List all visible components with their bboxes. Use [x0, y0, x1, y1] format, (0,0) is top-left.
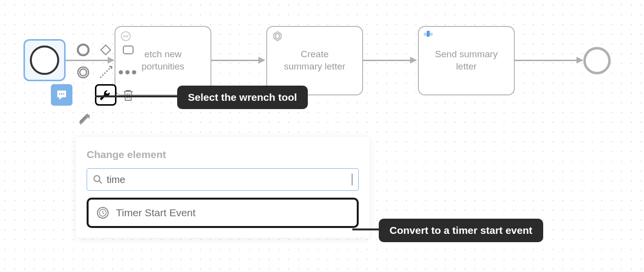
svg-rect-7: [123, 46, 133, 54]
search-input[interactable]: [107, 174, 348, 185]
delete-tool-icon[interactable]: [117, 84, 139, 106]
task-label-line: letter: [456, 61, 477, 73]
task-label-line: Send summary: [435, 48, 498, 61]
svg-point-10: [59, 93, 61, 95]
svg-point-9: [80, 69, 87, 76]
popup-option-timer-start[interactable]: Timer Start Event: [87, 198, 359, 228]
wrench-tool-icon[interactable]: [95, 84, 116, 106]
task-label-line: summary letter: [284, 61, 345, 73]
task-create-summary[interactable]: Create summary letter: [266, 26, 363, 95]
append-intermediate-event-icon[interactable]: [72, 62, 94, 83]
annotation-tool-icon[interactable]: [51, 84, 72, 106]
start-event-selected[interactable]: [23, 39, 66, 81]
append-event-icon[interactable]: [72, 39, 94, 61]
resize-handle-icon[interactable]: [78, 113, 91, 126]
more-tools-icon[interactable]: •••: [117, 62, 139, 83]
task-label-line: etch new: [144, 48, 182, 61]
svg-point-5: [78, 45, 89, 55]
start-event-circle: [30, 45, 59, 75]
callout-text: Convert to a timer start event: [390, 225, 532, 236]
svg-rect-4: [430, 33, 433, 36]
svg-point-11: [61, 93, 63, 95]
sequence-flow[interactable]: [515, 60, 582, 61]
end-event[interactable]: [583, 47, 611, 74]
svg-rect-3: [427, 34, 430, 37]
popup-option-label: Timer Start Event: [116, 207, 196, 219]
svg-point-12: [63, 93, 65, 95]
svg-rect-2: [427, 31, 430, 34]
text-caret: [352, 174, 352, 185]
callout-connector: [95, 95, 177, 97]
append-gateway-icon[interactable]: [95, 39, 116, 61]
svg-point-13: [94, 176, 100, 181]
svg-rect-1: [424, 33, 427, 36]
svg-rect-6: [101, 45, 111, 55]
timer-event-icon: [96, 206, 109, 219]
callout-text: Select the wrench tool: [188, 91, 297, 103]
sequence-flow[interactable]: [363, 60, 416, 61]
send-connector-icon: [424, 31, 435, 42]
task-send-summary[interactable]: Send summary letter: [418, 26, 515, 95]
connection-tool-icon[interactable]: [95, 62, 116, 83]
change-element-popup: Change element Timer Start Event: [76, 137, 369, 238]
task-label-line: portunities: [141, 61, 184, 73]
svg-line-14: [99, 181, 102, 183]
popup-title: Change element: [87, 149, 359, 160]
callout-wrench: Select the wrench tool: [177, 86, 308, 109]
callout-convert: Convert to a timer start event: [379, 219, 543, 242]
sequence-flow[interactable]: [211, 60, 264, 61]
search-icon: [93, 175, 103, 184]
openai-connector-icon: [272, 31, 283, 42]
task-label-line: Create: [300, 48, 328, 61]
popup-search[interactable]: [87, 168, 359, 191]
callout-connector: [352, 228, 379, 230]
append-task-icon[interactable]: [117, 39, 139, 61]
